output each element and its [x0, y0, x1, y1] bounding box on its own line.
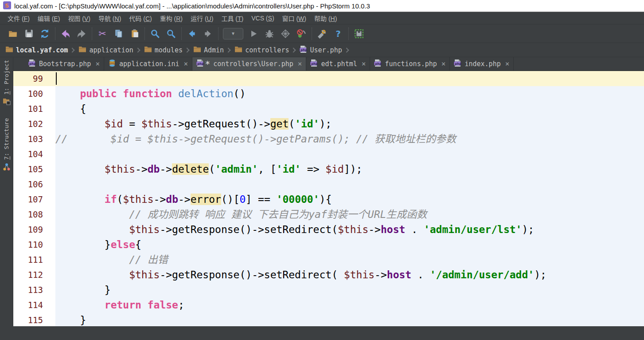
debug-icon[interactable]	[264, 28, 275, 40]
breadcrumb-item-controllers[interactable]: controllers	[234, 46, 290, 54]
paste-icon[interactable]	[129, 28, 140, 40]
editor-tab-bootstrap-php[interactable]: phpBootstrap.php×	[24, 57, 104, 71]
coverage-icon[interactable]	[280, 28, 291, 40]
menu-item-e[interactable]: 编辑 (E)	[34, 12, 64, 24]
code-line: 114 return false;	[13, 297, 644, 312]
settings-icon[interactable]	[316, 28, 328, 40]
back-icon[interactable]	[186, 28, 198, 40]
breadcrumb-item-user-php[interactable]: phpUser.php	[299, 45, 343, 55]
svg-text:php: php	[312, 62, 318, 66]
line-number[interactable]: 111	[13, 252, 55, 267]
line-number[interactable]: 112	[13, 267, 55, 282]
line-number[interactable]: 110	[13, 237, 55, 252]
run-icon[interactable]	[248, 28, 259, 40]
close-icon[interactable]: ×	[184, 60, 188, 67]
line-number[interactable]: 102	[13, 116, 55, 131]
menu-item-s[interactable]: VCS (S)	[247, 13, 278, 24]
editor-tab-controllers-user-php[interactable]: php*controllers\User.php×	[192, 57, 306, 71]
line-number[interactable]: 113	[13, 282, 55, 297]
save-all-icon[interactable]	[23, 28, 35, 40]
line-number[interactable]: 108	[13, 207, 55, 222]
code-text[interactable]: $this->getResponse()->setRedirect( $this…	[55, 267, 546, 282]
run-config-dropdown[interactable]: ▼	[223, 28, 243, 40]
toolbar-group: ?	[312, 28, 348, 40]
project-structure-icon[interactable]	[353, 28, 365, 40]
line-number[interactable]: 106	[13, 177, 55, 192]
code-text[interactable]: }	[55, 282, 111, 297]
menu-item-c[interactable]: 代码 (C)	[125, 12, 156, 24]
synchronize-icon[interactable]	[39, 28, 51, 40]
code-text[interactable]: return false;	[55, 297, 184, 312]
line-number[interactable]: 107	[13, 192, 55, 207]
code-text[interactable]: }else{	[55, 237, 141, 252]
code-line: 105 $this->db->delete('admin', ['id' => …	[13, 162, 644, 177]
editor-tab-index-php[interactable]: phpindex.php×	[450, 57, 514, 71]
code-text[interactable]: $this->db->delete('admin', ['id' => $id]…	[55, 162, 362, 177]
line-number[interactable]: 115	[13, 312, 55, 326]
code-text[interactable]: $id = $this->getRequest()->get('id');	[55, 116, 332, 131]
breadcrumb-item-local-yaf-com[interactable]: local.yaf.com	[4, 46, 69, 54]
code-editor[interactable]: 99100 public function delAction()101 {10…	[13, 71, 644, 326]
redo-icon[interactable]	[76, 28, 87, 40]
menu-item-t[interactable]: 工具 (T)	[217, 12, 247, 24]
editor-tab-functions-php[interactable]: phpfunctions.php×	[370, 57, 450, 71]
help-icon[interactable]: ?	[332, 28, 344, 40]
close-icon[interactable]: ×	[362, 60, 366, 67]
close-icon[interactable]: ×	[298, 60, 302, 67]
menu-item-n[interactable]: 导航 (N)	[94, 12, 125, 24]
tool-window-button-project[interactable]: 1: Project	[3, 60, 11, 107]
phpstorm-logo-icon: S	[3, 1, 11, 11]
line-number[interactable]: 101	[13, 101, 55, 116]
code-text[interactable]: {	[55, 101, 86, 116]
ini-file-icon	[108, 59, 116, 69]
copy-icon[interactable]	[113, 28, 124, 40]
menu-item-r[interactable]: 重构 (R)	[156, 12, 187, 24]
replace-icon[interactable]: A	[165, 28, 177, 40]
find-icon[interactable]	[149, 28, 161, 40]
undo-icon[interactable]	[60, 28, 71, 40]
editor-tab-edt-phtml[interactable]: phpedt.phtml×	[306, 57, 370, 71]
cut-icon[interactable]: ✂	[97, 28, 108, 40]
tool-window-label: 1: Project	[3, 60, 10, 95]
close-icon[interactable]: ×	[505, 60, 510, 67]
code-text[interactable]: // 成功则跳转 响应 建议 下去自己为yaf封装一个URL生成函数	[55, 207, 427, 222]
code-text[interactable]: // 出错	[55, 252, 168, 267]
editor-tab-application-ini[interactable]: application.ini×	[104, 57, 192, 71]
tool-window-button-structure[interactable]: 7: Structure	[3, 118, 11, 172]
code-text[interactable]: if($this->db->error()[0] == '00000'){	[55, 192, 332, 207]
line-number[interactable]: 105	[13, 162, 55, 177]
code-line: 112 $this->getResponse()->setRedirect( $…	[13, 267, 644, 282]
close-icon[interactable]: ×	[441, 60, 446, 67]
menu-item-h[interactable]: 帮助 (H)	[310, 12, 341, 24]
breadcrumb-item-admin[interactable]: Admin	[192, 46, 225, 54]
attach-debugger-icon[interactable]	[296, 28, 307, 40]
toolbar-group: ▼	[219, 28, 312, 40]
forward-icon[interactable]	[202, 28, 214, 40]
line-number[interactable]: 99	[13, 71, 55, 86]
chevron-right-icon	[226, 47, 230, 52]
code-text[interactable]: public function delAction()	[55, 86, 246, 101]
title-bar[interactable]: S local.yaf.com - [C:\phpStudy\WWW\local…	[0, 0, 644, 12]
line-number[interactable]: 100	[13, 86, 55, 101]
menu-item-w[interactable]: 窗口 (W)	[278, 12, 310, 24]
toolbar-group	[182, 28, 218, 40]
line-number[interactable]: 103	[13, 131, 55, 146]
line-number[interactable]: 104	[13, 146, 55, 162]
folder-icon	[144, 46, 152, 54]
code-text[interactable]: }	[55, 312, 86, 326]
breadcrumb-item-application[interactable]: application	[78, 46, 134, 54]
tab-label: functions.php	[385, 60, 437, 68]
code-text[interactable]: $this->getResponse()->setRedirect($this-…	[55, 222, 534, 237]
menu-item-u[interactable]: 运行 (U)	[187, 12, 217, 24]
line-number[interactable]: 114	[13, 297, 55, 312]
close-icon[interactable]: ×	[95, 60, 100, 67]
structure-icon	[3, 163, 11, 172]
code-text[interactable]: // $id = $this->getRequest()->getParams(…	[55, 131, 456, 146]
breadcrumb-item-modules[interactable]: modules	[143, 46, 183, 54]
menu-item-f[interactable]: 文件 (F)	[4, 12, 34, 24]
open-folder-icon[interactable]	[7, 28, 19, 40]
php-file-icon: php	[310, 59, 318, 69]
tab-label: edt.phtml	[321, 60, 357, 68]
menu-item-v[interactable]: 视图 (V)	[64, 12, 94, 24]
line-number[interactable]: 109	[13, 222, 55, 237]
